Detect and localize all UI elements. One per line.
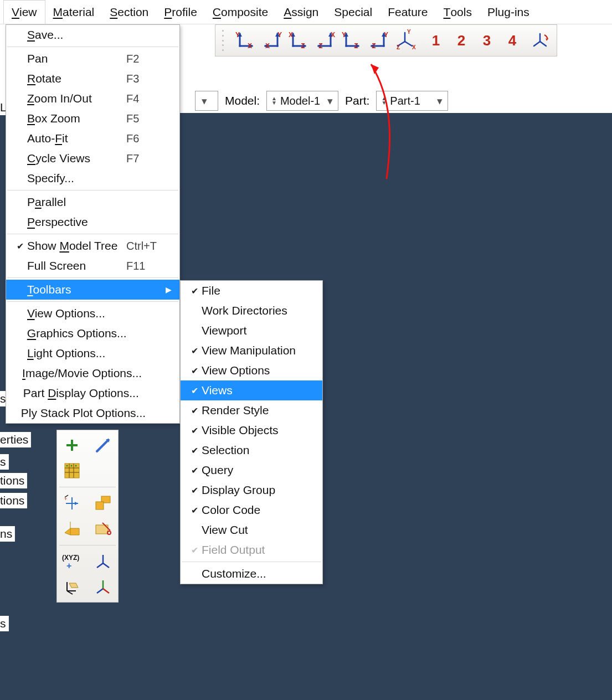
menu-item-label: Auto-Fit	[27, 132, 126, 145]
side-toolbox: +(XYZ)+	[56, 430, 119, 603]
toolbar-grip[interactable]	[222, 30, 225, 51]
view-yz-right-button[interactable]: ZY	[366, 29, 390, 52]
menu-item-label: Light Options...	[27, 347, 126, 360]
menu-item-box-zoom[interactable]: Box ZoomF5	[6, 109, 179, 128]
menu-item-save[interactable]: Save...	[6, 25, 179, 45]
menu-item-specify[interactable]: Specify...	[6, 168, 179, 188]
hatch-button[interactable]	[59, 459, 85, 482]
view-xy-back-button[interactable]: XY	[260, 29, 284, 52]
user-view-2-button[interactable]: 2	[451, 32, 471, 49]
datum-cut-button[interactable]	[90, 517, 116, 541]
view-xy-front-button[interactable]: XY	[233, 29, 258, 52]
menu-feature[interactable]: Feature	[380, 0, 435, 24]
menu-item-rotate[interactable]: RotateF3	[6, 69, 179, 89]
menu-item-shortcut: F5	[126, 112, 172, 125]
submenu-item-customize[interactable]: Customize...	[181, 564, 322, 584]
submenu-item-work-directories[interactable]: Work Directories	[181, 301, 322, 321]
menu-item-graphics-options[interactable]: Graphics Options...	[6, 323, 179, 343]
menu-profile[interactable]: Profile	[156, 0, 205, 24]
svg-text:Z: Z	[372, 42, 376, 50]
submenu-item-visible-objects[interactable]: ✔Visible Objects	[181, 420, 322, 440]
submenu-item-render-style[interactable]: ✔Render Style	[181, 400, 322, 420]
menu-item-label: Perspective	[27, 215, 126, 229]
menu-item-light-options[interactable]: Light Options...	[6, 343, 179, 363]
view-xz-bottom-button[interactable]: ZX	[286, 29, 311, 52]
menu-item-ply-stack-plot-options[interactable]: Ply Stack Plot Options...	[6, 403, 179, 423]
axis-system-button[interactable]	[59, 575, 85, 599]
xyz-coord-button[interactable]: (XYZ)+	[59, 550, 85, 573]
menu-assign[interactable]: Assign	[276, 0, 326, 24]
datum-axis-button[interactable]	[90, 492, 116, 515]
menu-item-shortcut: F11	[126, 260, 172, 272]
svg-text:X: X	[265, 42, 270, 50]
menu-plug-ins[interactable]: Plug-ins	[480, 0, 537, 24]
submenu-item-display-group[interactable]: ✔Display Group	[181, 480, 322, 500]
menu-tools[interactable]: Tools	[436, 0, 480, 24]
submenu-item-view-options[interactable]: ✔View Options	[181, 361, 322, 380]
check-icon: ✔	[187, 505, 202, 516]
view-iso-button[interactable]: YZX	[393, 29, 417, 52]
spinner-icon: ▲▼	[381, 96, 387, 105]
submenu-arrow-icon: ▶	[163, 285, 172, 294]
model-label: Model:	[225, 94, 260, 107]
menu-section[interactable]: Section	[102, 0, 156, 24]
menu-item-toolbars[interactable]: Toolbars▶	[6, 280, 179, 300]
menu-composite[interactable]: Composite	[205, 0, 276, 24]
edit-button[interactable]	[90, 434, 116, 457]
svg-line-79	[103, 589, 109, 593]
empty-slot	[90, 459, 116, 482]
menu-item-cycle-views[interactable]: Cycle ViewsF7	[6, 148, 179, 168]
menu-item-parallel[interactable]: Parallel	[6, 192, 179, 212]
triad2-button[interactable]	[90, 575, 116, 599]
datum-point-button[interactable]: +	[59, 492, 85, 515]
user-view-1-button[interactable]: 1	[426, 32, 446, 49]
check-icon: ✔	[187, 465, 202, 476]
user-view-3-button[interactable]: 3	[477, 32, 497, 49]
create-button[interactable]	[59, 434, 85, 457]
menu-item-zoom-in-out[interactable]: Zoom In/OutF4	[6, 89, 179, 109]
model-combo[interactable]: ▲▼ Model-1 ▾	[266, 91, 338, 111]
menu-item-image-movie-options[interactable]: Image/Movie Options...	[6, 363, 179, 383]
menu-view[interactable]: View	[3, 0, 45, 24]
submenu-item-label: Work Directories	[202, 304, 315, 317]
menu-item-label: Cycle Views	[27, 152, 126, 165]
menu-special[interactable]: Special	[326, 0, 380, 24]
view-yz-left-button[interactable]: ZY	[340, 29, 364, 52]
submenu-item-view-manipulation[interactable]: ✔View Manipulation	[181, 341, 322, 361]
menu-item-label: Zoom In/Out	[27, 92, 126, 105]
tree-fragment: s	[0, 454, 9, 470]
menu-item-auto-fit[interactable]: Auto-FitF6	[6, 128, 179, 148]
module-combo[interactable]: ▾	[195, 91, 218, 111]
toolbox-separator	[59, 545, 116, 545]
menu-item-label: Toolbars	[27, 283, 117, 296]
menu-item-view-options[interactable]: View Options...	[6, 303, 179, 323]
menu-item-perspective[interactable]: Perspective	[6, 212, 179, 232]
menu-item-part-display-options[interactable]: Part Display Options...	[6, 383, 179, 403]
submenu-item-color-code[interactable]: ✔Color Code	[181, 500, 322, 520]
submenu-item-view-cut[interactable]: View Cut	[181, 520, 322, 540]
menu-material[interactable]: Material	[45, 0, 102, 24]
save-view-button[interactable]	[528, 29, 552, 52]
submenu-item-views[interactable]: ✔Views	[181, 380, 322, 400]
svg-text:(XYZ): (XYZ)	[62, 554, 79, 562]
svg-line-43	[534, 42, 540, 46]
check-icon: ✔	[187, 445, 202, 456]
submenu-item-label: Field Output	[202, 543, 315, 557]
submenu-item-file[interactable]: ✔File	[181, 281, 322, 301]
check-icon: ✔	[187, 405, 202, 416]
submenu-item-label: Visible Objects	[202, 424, 315, 437]
menu-item-full-screen[interactable]: Full ScreenF11	[6, 256, 179, 276]
view-xz-top-button[interactable]: ZX	[313, 29, 337, 52]
menu-item-pan[interactable]: PanF2	[6, 49, 179, 69]
submenu-item-selection[interactable]: ✔Selection	[181, 440, 322, 460]
svg-line-71	[97, 563, 103, 568]
menu-item-show-model-tree[interactable]: ✔Show Model TreeCtrl+T	[6, 236, 179, 256]
datum-plane-button[interactable]	[59, 517, 85, 541]
part-combo[interactable]: ▲▼ Part-1 ▾	[376, 91, 448, 111]
triad-button[interactable]	[90, 550, 116, 573]
user-view-4-button[interactable]: 4	[502, 32, 522, 49]
menu-item-label: View Options...	[27, 307, 126, 320]
submenu-item-viewport[interactable]: Viewport	[181, 321, 322, 341]
submenu-item-field-output: ✔Field Output	[181, 540, 322, 560]
submenu-item-query[interactable]: ✔Query	[181, 460, 322, 480]
